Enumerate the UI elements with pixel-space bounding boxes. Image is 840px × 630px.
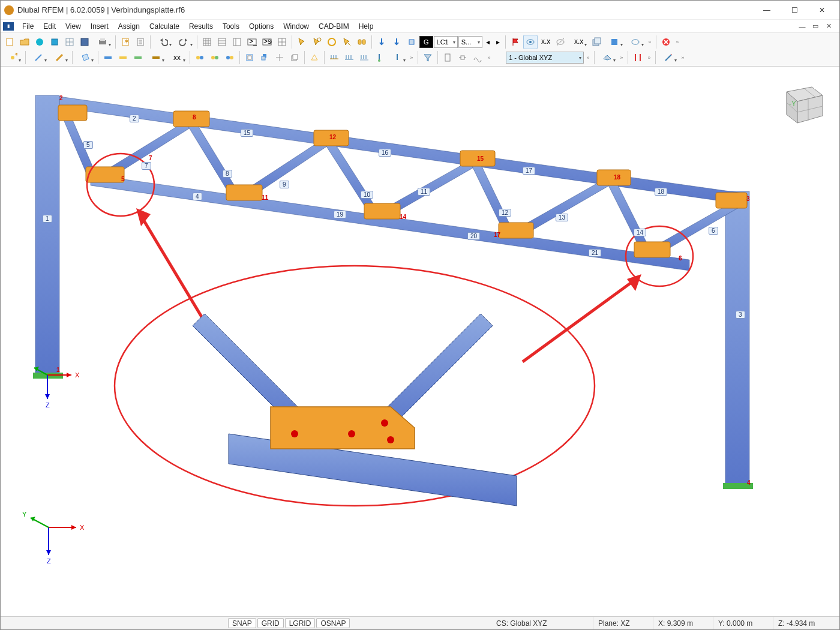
loads-display-button[interactable] <box>404 35 419 49</box>
panel-button[interactable] <box>275 35 289 49</box>
app-icon[interactable]: ▮ <box>3 22 14 31</box>
print-button[interactable] <box>92 35 113 49</box>
cloud-button[interactable] <box>32 35 47 49</box>
mdi-restore-button[interactable]: ▭ <box>811 22 820 31</box>
toolbar2-overflow-3[interactable]: » <box>584 55 592 61</box>
minimize-button[interactable]: — <box>753 1 781 19</box>
toolbar2-overflow-1[interactable]: » <box>408 55 415 61</box>
new-member-button[interactable] <box>49 50 70 65</box>
menu-window[interactable]: Window <box>278 21 314 32</box>
section-button[interactable]: xx <box>167 50 187 65</box>
dim-ortho-button[interactable] <box>440 50 455 65</box>
menu-cad-bim[interactable]: CAD-BIM <box>314 21 354 32</box>
load4-button[interactable] <box>372 50 386 65</box>
colors-button[interactable] <box>604 35 625 49</box>
table-nodes-button[interactable] <box>200 35 214 49</box>
beam1-button[interactable] <box>101 50 115 65</box>
open-button[interactable] <box>17 35 32 49</box>
view-mode-button[interactable] <box>523 35 538 49</box>
view-all-button[interactable] <box>625 35 646 49</box>
loadcase-info-button[interactable] <box>374 35 389 49</box>
command-line-button[interactable]: >_ <box>245 35 259 49</box>
mdi-minimize-button[interactable]: — <box>797 22 807 31</box>
table-all-button[interactable] <box>215 35 229 49</box>
connect3-button[interactable] <box>223 50 237 65</box>
filter-button[interactable] <box>421 50 435 65</box>
redo-button[interactable] <box>174 35 194 49</box>
opening-button[interactable] <box>242 50 257 65</box>
loadcase-combo[interactable]: LC1 <box>434 36 458 48</box>
load1-button[interactable] <box>327 50 341 65</box>
status-snap[interactable]: SNAP <box>228 618 256 628</box>
model-data-button[interactable] <box>62 35 77 49</box>
toolbar2-overflow-5[interactable]: » <box>646 55 653 61</box>
show-values-button[interactable]: x.xx <box>538 35 553 49</box>
design-situation-combo[interactable]: S... <box>458 36 482 48</box>
maximize-button[interactable]: ☐ <box>781 1 808 19</box>
menu-results[interactable]: Results <box>184 21 218 32</box>
select-special-button[interactable] <box>340 35 354 49</box>
dim-chain-button[interactable] <box>455 50 470 65</box>
result-detail-button[interactable]: x.xxx <box>568 35 589 49</box>
workplane-button[interactable] <box>597 50 617 65</box>
save-button[interactable] <box>77 35 92 49</box>
status-osnap[interactable]: OSNAP <box>316 618 350 628</box>
toolbar-overflow-2[interactable]: » <box>674 39 681 45</box>
navigator-button[interactable] <box>230 35 244 49</box>
coord-system-combo[interactable]: 1 - Global XYZ <box>506 52 584 64</box>
toolbar2-overflow-6[interactable]: » <box>679 55 686 61</box>
next-loadcase-button[interactable]: ▸ <box>493 35 503 49</box>
status-grid[interactable]: GRID <box>257 618 284 628</box>
curve-button[interactable] <box>470 50 485 65</box>
report-button[interactable] <box>133 35 148 49</box>
hide-button[interactable] <box>553 35 568 49</box>
toolbar2-overflow-2[interactable]: » <box>485 55 493 61</box>
close-button[interactable]: ✕ <box>808 1 836 19</box>
undo-button[interactable] <box>153 35 173 49</box>
menu-insert[interactable]: Insert <box>86 21 113 32</box>
block-manager-button[interactable] <box>47 35 62 49</box>
load5-button[interactable] <box>387 50 407 65</box>
new-button[interactable] <box>2 35 17 49</box>
delete-button[interactable] <box>659 35 673 49</box>
beam2-button[interactable] <box>116 50 130 65</box>
connect1-button[interactable] <box>193 50 207 65</box>
script-button[interactable]: >sc <box>260 35 274 49</box>
menu-options[interactable]: Options <box>244 21 278 32</box>
new-line-button[interactable] <box>28 50 49 65</box>
menu-tools[interactable]: Tools <box>218 21 244 32</box>
copy-obj-button[interactable] <box>287 50 302 65</box>
find-button[interactable] <box>355 35 369 49</box>
menu-calculate[interactable]: Calculate <box>145 21 184 32</box>
menu-file[interactable]: File <box>17 21 38 32</box>
menu-assign[interactable]: Assign <box>113 21 145 32</box>
beam4-button[interactable] <box>146 50 166 65</box>
new-section-button[interactable]: ✶ <box>118 35 133 49</box>
show-results-button[interactable] <box>508 35 523 49</box>
toolbar-overflow[interactable]: » <box>646 39 653 45</box>
select-button[interactable] <box>295 35 309 49</box>
guide-lines-button[interactable] <box>631 50 645 65</box>
select-related-button[interactable] <box>310 35 324 49</box>
beam3-button[interactable] <box>131 50 145 65</box>
menu-view[interactable]: View <box>61 21 86 32</box>
toolbar2-overflow-4[interactable]: » <box>618 55 625 61</box>
transparency-button[interactable] <box>589 35 604 49</box>
connect2-button[interactable] <box>208 50 222 65</box>
measure-button[interactable] <box>658 50 679 65</box>
menu-help[interactable]: Help <box>354 21 379 32</box>
new-surface-button[interactable] <box>75 50 95 65</box>
status-lgrid[interactable]: LGRID <box>285 618 316 628</box>
model-viewport[interactable]: -Y <box>1 74 839 616</box>
axis-button[interactable] <box>272 50 287 65</box>
mdi-close-button[interactable]: ✕ <box>824 22 833 31</box>
loadcase-arrow-button[interactable] <box>389 35 404 49</box>
prev-loadcase-button[interactable]: ◂ <box>483 35 493 49</box>
load3-button[interactable] <box>357 50 371 65</box>
select-circle-button[interactable] <box>325 35 339 49</box>
load2-button[interactable] <box>342 50 356 65</box>
new-node-button[interactable]: ✶ <box>2 50 23 65</box>
menu-edit[interactable]: Edit <box>38 21 61 32</box>
solid-button[interactable] <box>257 50 272 65</box>
support1-button[interactable] <box>307 50 322 65</box>
